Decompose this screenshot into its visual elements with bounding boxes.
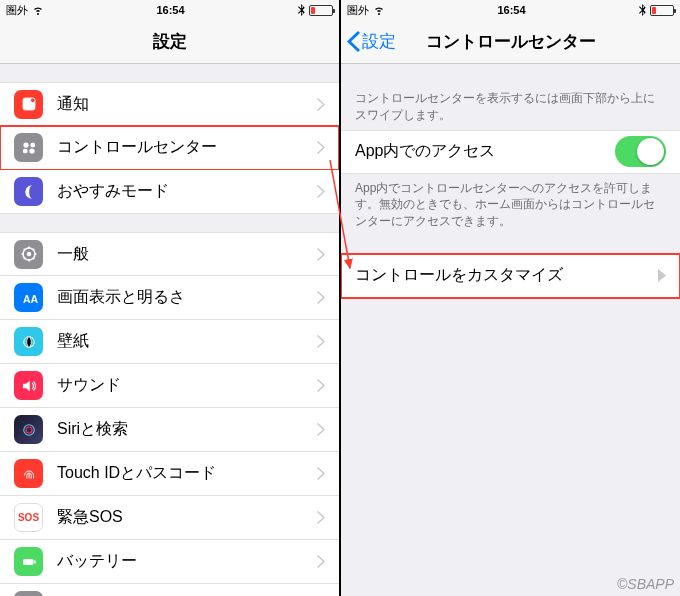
row-label: 画面表示と明るさ [57,287,317,308]
svg-rect-15 [34,560,36,563]
row-label: 一般 [57,244,317,265]
sos-icon: SOS [14,503,43,532]
svg-rect-14 [23,559,34,565]
chevron-right-icon [317,335,325,348]
wifi-icon [32,4,44,16]
chevron-right-icon [317,467,325,480]
row-label: 緊急SOS [57,507,317,528]
privacy-icon [14,591,43,596]
chevron-right-icon [317,379,325,392]
touchid-icon [14,459,43,488]
chevron-right-icon [317,141,325,154]
page-title: コントロールセンター [426,30,596,53]
wifi-icon [373,4,385,16]
svg-text:AA: AA [23,292,38,304]
row-label: コントロールセンター [57,137,317,158]
siri-icon [14,415,43,444]
setting-row-dnd[interactable]: おやすみモード [0,170,339,214]
general-icon [14,240,43,269]
setting-row-notif[interactable]: 通知 [0,82,339,126]
svg-rect-6 [23,148,28,153]
settings-screen: 圏外 16:54 設定 通知コントロールセンターおやすみモード一般AA画面表示と… [0,0,339,596]
svg-point-13 [26,427,32,433]
section-note: コントロールセンターを表示するには画面下部から上にスワイプします。 [341,84,680,130]
wallpaper-icon [14,327,43,356]
chevron-right-icon [317,511,325,524]
nav-bar: 設定 コントロールセンター [341,20,680,64]
access-toggle[interactable] [615,136,666,167]
watermark: ©SBAPP [617,576,674,592]
sound-icon [14,371,43,400]
battery-icon [14,547,43,576]
setting-row-general[interactable]: 一般 [0,232,339,276]
setting-row-wallpaper[interactable]: 壁紙 [0,320,339,364]
setting-row-privacy[interactable]: プライバシー [0,584,339,596]
svg-point-8 [26,252,31,257]
svg-point-2 [30,98,35,103]
clock: 16:54 [156,4,184,16]
dnd-icon [14,177,43,206]
setting-row-sos[interactable]: SOS緊急SOS [0,496,339,540]
svg-point-5 [29,148,34,153]
svg-rect-4 [30,142,35,147]
notif-icon [14,90,43,119]
status-bar: 圏外 16:54 [341,0,680,20]
row-label: おやすみモード [57,181,317,202]
chevron-right-icon [658,269,666,282]
cc-icon [14,133,43,162]
access-label: App内でのアクセス [355,141,615,162]
setting-row-display[interactable]: AA画面表示と明るさ [0,276,339,320]
battery-icon [650,5,674,16]
chevron-right-icon [317,423,325,436]
setting-row-cc[interactable]: コントロールセンター [0,126,339,170]
nav-bar: 設定 [0,20,339,64]
customize-controls-row[interactable]: コントロールをカスタマイズ [341,254,680,298]
bluetooth-icon [297,4,305,16]
page-title: 設定 [153,30,187,53]
control-center-screen: 圏外 16:54 設定 コントロールセンター コントロールセンターを表示するには… [341,0,680,596]
chevron-right-icon [317,555,325,568]
row-label: Touch IDとパスコード [57,463,317,484]
row-label: 通知 [57,94,317,115]
chevron-right-icon [317,291,325,304]
setting-row-siri[interactable]: Siriと検索 [0,408,339,452]
battery-icon [309,5,333,16]
clock: 16:54 [497,4,525,16]
back-label: 設定 [362,30,396,53]
setting-row-battery[interactable]: バッテリー [0,540,339,584]
chevron-right-icon [317,185,325,198]
carrier-label: 圏外 [347,3,369,18]
row-label: 壁紙 [57,331,317,352]
setting-row-touchid[interactable]: Touch IDとパスコード [0,452,339,496]
settings-list[interactable]: 通知コントロールセンターおやすみモード一般AA画面表示と明るさ壁紙サウンドSir… [0,82,339,596]
customize-label: コントロールをカスタマイズ [355,265,658,286]
back-button[interactable]: 設定 [347,30,396,53]
access-in-apps-row[interactable]: App内でのアクセス [341,130,680,174]
row-label: サウンド [57,375,317,396]
row-label: Siriと検索 [57,419,317,440]
row-label: バッテリー [57,551,317,572]
status-bar: 圏外 16:54 [0,0,339,20]
display-icon: AA [14,283,43,312]
chevron-right-icon [317,98,325,111]
access-note: App内でコントロールセンターへのアクセスを許可します。無効のときでも、ホーム画… [341,174,680,236]
svg-point-12 [23,424,34,435]
chevron-left-icon [347,31,360,52]
bluetooth-icon [638,4,646,16]
carrier-label: 圏外 [6,3,28,18]
chevron-right-icon [317,248,325,261]
svg-point-3 [23,142,28,147]
setting-row-sound[interactable]: サウンド [0,364,339,408]
